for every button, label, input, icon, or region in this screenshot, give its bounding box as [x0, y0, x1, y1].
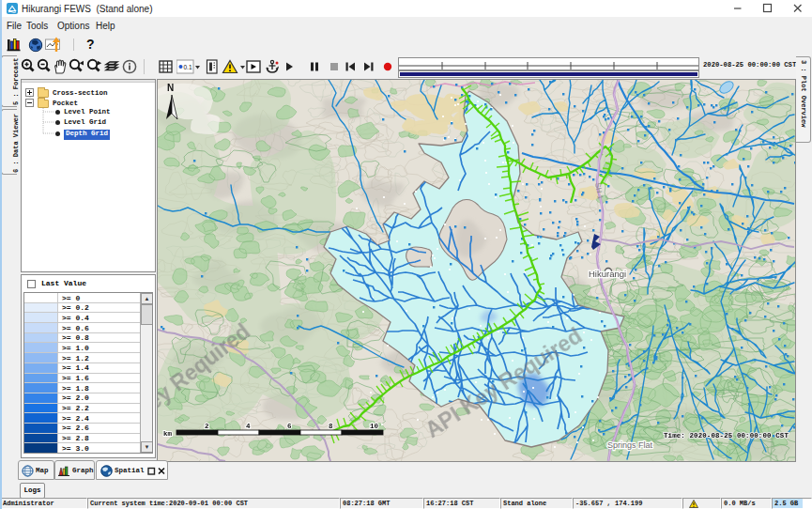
svg-text:Hikurangi: Hikurangi [589, 269, 626, 279]
svg-text:10: 10 [370, 423, 379, 430]
svg-text:N: N [167, 83, 174, 93]
svg-text:6: 6 [287, 423, 292, 430]
svg-text:km: km [163, 430, 173, 438]
svg-text:Time: 2020-08-25 00:00:00 CST: Time: 2020-08-25 00:00:00 CST [664, 432, 789, 440]
svg-text:8: 8 [329, 423, 333, 430]
svg-text:2: 2 [205, 423, 209, 430]
svg-text:0.1: 0.1 [184, 64, 192, 70]
svg-text:4: 4 [246, 423, 251, 430]
svg-text:Springs Flat: Springs Flat [607, 440, 653, 450]
